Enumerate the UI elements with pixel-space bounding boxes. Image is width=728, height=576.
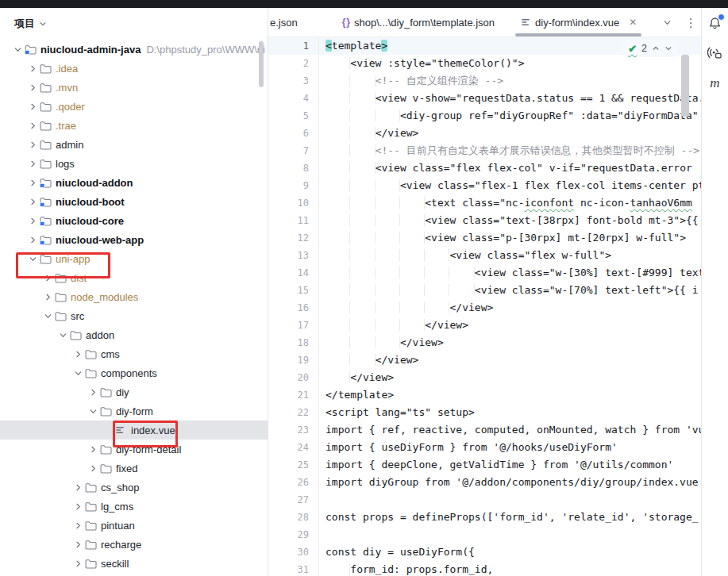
chevron-right-icon[interactable] — [41, 290, 54, 303]
chevron-right-icon[interactable] — [26, 214, 39, 227]
tree-item-pintuan[interactable]: pintuan — [0, 516, 268, 535]
code-editor[interactable]: 1<template>2 <view :style="themeColor()"… — [268, 37, 701, 576]
code-line-23[interactable]: 23import { ref, reactive, computed, onMo… — [268, 421, 701, 439]
code-line-20[interactable]: 20 </view> — [268, 369, 701, 386]
chevron-right-icon[interactable] — [26, 157, 39, 170]
chevron-right-icon[interactable] — [71, 500, 84, 513]
tree-item-diy-form[interactable]: diy-form — [0, 401, 268, 420]
chevron-right-icon[interactable] — [87, 443, 99, 455]
code-line-9[interactable]: 9 <view class="flex-1 flex flex-col item… — [268, 177, 701, 194]
tree-item-niucloud-addon[interactable]: niucloud-addon — [0, 173, 268, 192]
code-line-8[interactable]: 8 <view class="flex flex-col" v-if="requ… — [268, 159, 701, 177]
tree-item-recharge[interactable]: recharge — [0, 535, 268, 554]
chevron-right-icon[interactable] — [26, 233, 39, 246]
chevron-right-icon[interactable] — [87, 386, 99, 398]
code-line-16[interactable]: 16 </view> — [268, 299, 701, 317]
chevron-right-icon[interactable] — [71, 519, 84, 532]
tree-item-cms[interactable]: cms — [0, 344, 268, 363]
chevron-down-icon[interactable] — [71, 367, 84, 379]
tree-item-uni-app[interactable]: uni-app — [0, 249, 268, 268]
code-line-19[interactable]: 19 </view> — [268, 351, 701, 369]
chevron-right-icon[interactable] — [26, 81, 39, 94]
code-line-29[interactable]: 29 — [268, 526, 701, 543]
tree-item-seckill[interactable]: seckill — [0, 554, 268, 573]
tree-item-logs[interactable]: logs — [0, 154, 268, 173]
screen-share-icon[interactable] — [707, 44, 724, 62]
tree-item-niucloud-boot[interactable]: niucloud-boot — [0, 192, 268, 211]
tree-item-.mvn[interactable]: .mvn — [0, 78, 268, 97]
code-line-24[interactable]: 24import { useDiyForm } from '@/hooks/us… — [268, 439, 701, 456]
chevron-right-icon[interactable] — [71, 481, 84, 493]
tree-item-diy[interactable]: diy — [0, 382, 268, 401]
chevron-down-icon[interactable] — [41, 309, 54, 322]
code-line-17[interactable]: 17 </view> — [268, 317, 701, 334]
code-line-26[interactable]: 26import diyGroup from '@/addon/componen… — [268, 474, 701, 491]
tree-item-dist[interactable]: dist — [0, 268, 268, 287]
code-line-3[interactable]: 3 <!-- 自定义组件渲染 --> — [268, 72, 701, 90]
code-line-11[interactable]: 11 <view class="text-[38rpx] font-bold m… — [268, 212, 701, 229]
maven-icon[interactable]: m — [707, 75, 724, 92]
chevron-right-icon[interactable] — [87, 462, 99, 474]
chevron-right-icon[interactable] — [71, 557, 84, 570]
chevron-down-icon[interactable] — [11, 43, 24, 56]
chevron-right-icon[interactable] — [41, 271, 54, 284]
tree-item-.qoder[interactable]: .qoder — [0, 97, 268, 116]
chevron-right-icon[interactable] — [26, 119, 39, 132]
code-line-2[interactable]: 2 <view :style="themeColor()"> — [268, 55, 701, 72]
project-panel-header[interactable]: 项目 — [0, 8, 268, 40]
code-line-31[interactable]: 31 form_id: props.form_id, — [268, 561, 701, 576]
code-line-7[interactable]: 7 <!-- 目前只有自定义表单才展示错误信息，其他类型暂时不控制 --> — [268, 142, 701, 159]
code-line-28[interactable]: 28const props = defineProps(['form_id', … — [268, 509, 701, 526]
next-problem-chevron-down-icon[interactable] — [664, 44, 672, 52]
chevron-down-icon[interactable] — [26, 252, 39, 265]
tab-diy-form-index.vue[interactable]: diy-form\index.vue✕ — [515, 8, 641, 36]
tree-item-.idea[interactable]: .idea — [0, 59, 268, 78]
chevron-right-icon[interactable] — [26, 100, 39, 113]
editor-scrollbar[interactable] — [681, 55, 689, 117]
tree-item-diy-form-detail[interactable]: diy-form-detail — [0, 440, 268, 459]
tree-item-niucloud-web-app[interactable]: niucloud-web-app — [0, 230, 268, 249]
tree-item-lg_cms[interactable]: lg_cms — [0, 497, 268, 516]
tree-item-index.vue[interactable]: index.vue — [0, 420, 268, 440]
tree-item-node_modules[interactable]: node_modules — [0, 287, 268, 306]
chevron-down-icon[interactable] — [56, 328, 69, 341]
notifications-bell-icon[interactable] — [707, 14, 724, 32]
chevron-down-icon[interactable] — [87, 405, 99, 417]
tree-item-fixed[interactable]: fixed — [0, 459, 268, 478]
tree-scrollbar[interactable] — [259, 41, 264, 87]
code-line-21[interactable]: 21</template> — [268, 386, 701, 404]
tree-item-cs_shop[interactable]: cs_shop — [0, 478, 268, 497]
prev-problem-chevron-up-icon[interactable] — [652, 44, 660, 52]
code-line-27[interactable]: 27 — [268, 491, 701, 509]
chevron-right-icon[interactable] — [26, 176, 39, 189]
code-line-25[interactable]: 25import { deepClone, getValidTime } fro… — [268, 456, 701, 474]
chevron-right-icon[interactable] — [26, 138, 39, 151]
code-line-4[interactable]: 4 <view v-show="requestData.status == 1 … — [268, 90, 701, 107]
code-line-30[interactable]: 30const diy = useDiyForm({ — [268, 543, 701, 561]
tab-list-chevron-down-icon[interactable] — [659, 14, 675, 30]
tree-item-addon[interactable]: addon — [0, 325, 268, 344]
code-line-10[interactable]: 10 <text class="nc-iconfont nc-icon-tanh… — [268, 194, 701, 212]
code-line-18[interactable]: 18 </view> — [268, 334, 701, 351]
code-line-5[interactable]: 5 <diy-group ref="diyGroupRef" :data="di… — [268, 107, 701, 125]
chevron-right-icon[interactable] — [71, 348, 84, 360]
code-line-15[interactable]: 15 <view class="w-[70%] text-left">{{ i — [268, 282, 701, 299]
chevron-right-icon[interactable] — [71, 538, 84, 551]
tree-item-admin[interactable]: admin — [0, 135, 268, 154]
code-line-13[interactable]: 13 <view class="flex w-full"> — [268, 247, 701, 264]
chevron-right-icon[interactable] — [26, 195, 39, 208]
inspection-widget[interactable]: ✔ 2 — [622, 40, 678, 57]
tree-item-niucloud-admin-java[interactable]: niucloud-admin-javaD:\phpstudy_pro\WWW\n… — [0, 40, 268, 59]
tree-item-components[interactable]: components — [0, 363, 268, 382]
tree-item-src[interactable]: src — [0, 306, 268, 325]
tree-item-niucloud-core[interactable]: niucloud-core — [0, 211, 268, 230]
close-icon[interactable]: ✕ — [629, 17, 637, 28]
tab-options-kebab-icon[interactable]: ⋮ — [683, 14, 699, 30]
code-line-14[interactable]: 14 <view class="w-[30%] text-[#999] text — [268, 264, 701, 282]
code-line-22[interactable]: 22<script lang="ts" setup> — [268, 404, 701, 421]
tab-e.json[interactable]: e.json — [262, 8, 306, 36]
tab-shop-...-diy-form-template.json[interactable]: {}shop\...\diy_form\template.json — [337, 8, 503, 36]
code-line-6[interactable]: 6 </view> — [268, 125, 701, 142]
tree-item-.trae[interactable]: .trae — [0, 116, 268, 135]
code-line-12[interactable]: 12 <view class="p-[30rpx] mt-[20rpx] w-f… — [268, 229, 701, 247]
